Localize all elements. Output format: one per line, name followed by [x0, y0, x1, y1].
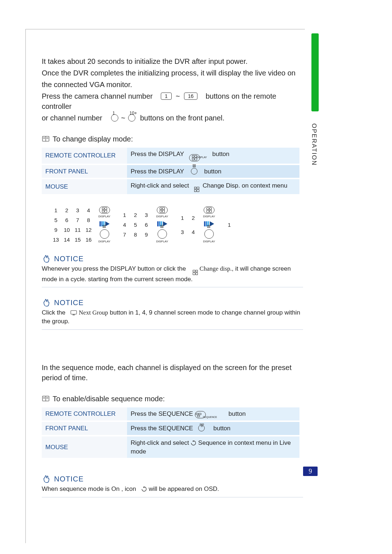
svg-rect-18 [201, 426, 203, 427]
page: OPERATION 9 It takes about 20 seconds to… [0, 0, 392, 554]
table-row: MOUSE Right-click and select Sequence in… [42, 436, 299, 459]
text: button [213, 425, 230, 432]
mode-icon-stack: DISPLAY DISPLAY [98, 206, 110, 243]
notice-body: Click the Next Group button in 1, 4, 9 c… [42, 308, 303, 330]
table-row: REMOTE CONTROLLER Press the DISPLAY DISP… [42, 148, 299, 164]
text: Press the camera channel number [42, 92, 153, 100]
book-icon [42, 136, 50, 142]
cell-device: MOUSE [42, 436, 127, 459]
cell-action: Press the SEQUENCE SEQUENCE button [127, 407, 299, 421]
table-row: FRONT PANEL Press the DISPLAY button [42, 164, 299, 179]
text: Whenever you press the DISPLAY button or… [42, 265, 186, 272]
label: DISPLAY [203, 214, 215, 218]
section-tab: OPERATION [310, 123, 318, 166]
mode-icon-stack: DISPLAY DISPLAY [203, 206, 215, 243]
notice-header: NOTICE [42, 254, 303, 264]
text: Press the SEQUENCE [131, 410, 193, 417]
notice-title: NOTICE [54, 474, 84, 484]
hand-icon [42, 298, 51, 307]
text: mode in a cycle. starting from the curre… [42, 276, 193, 283]
text: Change Disp. on context menu [203, 182, 287, 189]
sequence-panel-icon [198, 425, 205, 431]
intro-text: It takes about 20 seconds to initialize … [42, 56, 303, 123]
intro-line-2a: Once the DVR completes the initializing … [42, 68, 303, 78]
text: Press the SEQUENCE [131, 425, 193, 432]
cell-device: MOUSE [42, 178, 127, 195]
table-row: REMOTE CONTROLLER Press the SEQUENCE SEQ… [42, 407, 299, 421]
svg-rect-14 [199, 413, 201, 415]
notice-block: NOTICE Whenever you press the DISPLAY bu… [42, 254, 303, 287]
notice-block: NOTICE Click the Next Group button in 1,… [42, 297, 303, 330]
svg-rect-7 [71, 311, 77, 314]
cell-action: Press the DISPLAY DISPLAY button [127, 148, 299, 164]
sequence-intro-2: period of time. [42, 373, 303, 383]
grid-4: 12 34 [179, 214, 196, 236]
cell-device: REMOTE CONTROLLER [42, 148, 127, 164]
sequence-icon [141, 486, 147, 492]
sequence-intro-1: In the sequence mode, each channel is di… [42, 362, 303, 373]
label: DISPLAY [156, 214, 168, 218]
label: 10+ [130, 110, 137, 116]
display-panel-icon [191, 168, 197, 175]
cell-action: Press the SEQUENCE button [127, 421, 299, 436]
display-button-icon [204, 206, 215, 214]
mode-1: 1 [226, 206, 233, 243]
intro-line-3: Press the camera channel number 1 ~ 16 b… [42, 91, 303, 111]
notice-title: NOTICE [54, 297, 84, 308]
monitor-icon [70, 310, 77, 315]
heading-text: To enable/disable sequence mode: [53, 394, 165, 404]
text: button [212, 151, 229, 157]
notice-body: When sequence mode is On , icon will be … [42, 485, 303, 497]
text: button in 1, 4, 9 channel screen mode to… [110, 309, 301, 316]
cell-device: FRONT PANEL [42, 164, 127, 179]
svg-rect-17 [202, 424, 204, 425]
text: will be appeared on OSD. [149, 485, 219, 492]
text: Press the DISPLAY [131, 151, 184, 157]
label: DISPLAY [98, 214, 110, 218]
sequence-section: In the sequence mode, each channel is di… [42, 362, 303, 497]
table-row: FRONT PANEL Press the SEQUENCE button [42, 421, 299, 436]
intro-line-4: or channel number 1 ~ 10+ buttons on the… [42, 113, 303, 123]
grid-icon [194, 187, 199, 192]
notice-body: Whenever you press the DISPLAY button or… [42, 264, 303, 287]
display-panel-icon [100, 229, 109, 239]
sequence-table: REMOTE CONTROLLER Press the SEQUENCE SEQ… [42, 407, 299, 459]
mode-9: 123 456 789 DISPLAY DISPLAY [121, 206, 168, 243]
label: 1 [113, 110, 115, 116]
grid-9: 123 456 789 [121, 211, 150, 238]
notice-header: NOTICE [42, 474, 303, 484]
text: the group. [42, 318, 70, 325]
mode-4: 12 34 DISPLAY DISPLAY [179, 206, 215, 243]
svg-rect-15 [197, 415, 200, 417]
text-ital: Change disp. [200, 265, 232, 272]
text: or channel number [42, 114, 102, 122]
label: DISPLAY [203, 239, 215, 243]
tilde: ~ [176, 92, 180, 100]
text: When sequence mode is On , icon [42, 485, 136, 492]
notice-header: NOTICE [42, 297, 303, 308]
cell-device: FRONT PANEL [42, 421, 127, 436]
grid-icon [193, 270, 198, 275]
display-panel-icon [158, 229, 167, 239]
notice-title: NOTICE [54, 254, 84, 264]
text: button [204, 168, 221, 175]
display-mode-table: REMOTE CONTROLLER Press the DISPLAY DISP… [42, 148, 299, 196]
mode-icon-stack: DISPLAY DISPLAY [156, 206, 168, 243]
sequence-icon [191, 440, 196, 446]
book-icon [42, 395, 50, 402]
text: Right-click and select [131, 182, 189, 189]
content: It takes about 20 seconds to initialize … [42, 56, 303, 497]
hand-icon [42, 254, 51, 263]
text: , it will change screen [232, 265, 291, 272]
channel-button-1: 1 [161, 93, 172, 100]
text: Click the [42, 309, 65, 316]
heading-text: To change display mode: [53, 134, 133, 144]
sequence-heading: To enable/disable sequence mode: [42, 394, 303, 404]
front-panel-button-1: 1 [111, 114, 118, 122]
display-button-icon [157, 206, 168, 214]
svg-rect-13 [196, 413, 198, 415]
table-row: MOUSE Right-click and select Change Disp… [42, 178, 299, 195]
cell-action: Press the DISPLAY button [127, 164, 299, 179]
cell-device: REMOTE CONTROLLER [42, 407, 127, 421]
icon-sub: DISPLAY [196, 156, 207, 159]
